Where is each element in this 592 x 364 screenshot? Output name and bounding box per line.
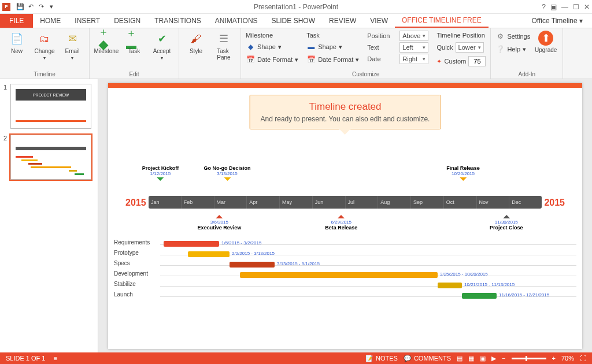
minimize-button[interactable]: — xyxy=(561,3,568,11)
email-button[interactable]: ✉Email▾ xyxy=(60,31,84,61)
help-icon: ❔ xyxy=(495,44,505,54)
view-reading-button[interactable]: ▣ xyxy=(480,355,486,362)
slide-canvas[interactable]: Timeline created And ready to present. Y… xyxy=(108,83,582,349)
accept-button[interactable]: ✔Accept▾ xyxy=(150,31,174,61)
year-left: 2015 xyxy=(125,198,146,208)
save-button[interactable]: 💾 xyxy=(15,2,25,12)
help-button[interactable]: ? xyxy=(542,3,546,11)
custom-label: Custom xyxy=(444,58,466,65)
task-pane-button[interactable]: ☰Task Pane xyxy=(212,31,236,61)
group-addin: Add-In xyxy=(495,70,558,79)
spellcheck-icon[interactable]: ≡ xyxy=(53,355,57,362)
quick-label: Quick xyxy=(436,44,453,51)
tab-file[interactable]: FILE xyxy=(0,14,33,28)
change-button[interactable]: 🗂Change▾ xyxy=(32,31,57,61)
qat-customize-button[interactable]: ▾ xyxy=(46,2,57,12)
milestone-button[interactable]: ＋◆Milestone xyxy=(94,31,119,54)
month-cell: Jun xyxy=(313,196,346,209)
month-cell: Nov xyxy=(477,196,510,209)
text-label: Text xyxy=(367,44,396,51)
task-icon: ＋▬ xyxy=(126,31,142,47)
zoom-out-button[interactable]: − xyxy=(502,355,505,362)
month-cell: Dec xyxy=(509,196,542,209)
shape-icon: ◆ xyxy=(246,42,255,51)
task-dateformat-button[interactable]: 📅Date Format ▾ xyxy=(306,54,359,65)
status-bar: SLIDE 1 OF 1 ≡ 📝 NOTES 💬 COMMENTS ▤ ▦ ▣ … xyxy=(0,352,592,364)
task-row[interactable]: Requirements1/5/2015 - 3/2/2015 xyxy=(114,239,576,250)
new-button[interactable]: 📄New xyxy=(5,31,29,54)
accept-icon: ✔ xyxy=(154,31,170,47)
tab-view[interactable]: VIEW xyxy=(363,14,395,28)
month-cell: Sep xyxy=(411,196,444,209)
position-label: Position xyxy=(367,32,396,39)
text-dropdown[interactable]: Left xyxy=(399,42,428,53)
task-shape-button[interactable]: ▬Shape ▾ xyxy=(306,41,359,53)
style-icon: 🖌 xyxy=(188,31,204,47)
office-timeline-menu[interactable]: Office Timeline ▾ xyxy=(525,14,590,28)
position-dropdown[interactable]: Above xyxy=(399,31,428,41)
task-row[interactable]: Prototype2/2/2015 - 3/13/2015 xyxy=(114,250,576,260)
milestone-marker[interactable]: 11/30/2015Project Close xyxy=(490,210,523,231)
milestone-shape-button[interactable]: ◆Shape ▾ xyxy=(246,41,298,53)
custom-input[interactable] xyxy=(468,56,486,66)
notes-button[interactable]: 📝 NOTES xyxy=(365,355,398,362)
ribbon-collapse-button[interactable]: ▣ xyxy=(550,3,557,11)
year-right: 2015 xyxy=(544,198,565,208)
tab-animations[interactable]: ANIMATIONS xyxy=(208,14,265,28)
month-cell: Apr xyxy=(247,196,280,209)
task-row[interactable]: Specs3/13/2015 - 5/1/2015 xyxy=(114,260,576,270)
balloon-tooltip: Timeline created And ready to present. Y… xyxy=(250,95,441,129)
group-customize: Customize xyxy=(246,70,486,79)
shape-icon: ▬ xyxy=(306,42,316,51)
milestone-header: Milestone xyxy=(246,31,298,40)
task-button[interactable]: ＋▬Task xyxy=(122,31,146,54)
slide-counter: SLIDE 1 OF 1 xyxy=(6,355,45,362)
task-header: Task xyxy=(306,31,359,40)
tab-review[interactable]: REVIEW xyxy=(322,14,363,28)
fit-button[interactable]: ⛶ xyxy=(580,355,586,362)
powerpoint-icon: P xyxy=(2,3,10,11)
month-cell: Aug xyxy=(378,196,411,209)
group-edit: Edit xyxy=(94,70,174,79)
zoom-in-button[interactable]: + xyxy=(552,355,556,362)
milestone-icon: ＋◆ xyxy=(98,31,114,47)
style-button[interactable]: 🖌Style xyxy=(184,31,208,54)
date-icon: 📅 xyxy=(246,55,255,64)
email-icon: ✉ xyxy=(64,31,80,47)
zoom-slider[interactable] xyxy=(512,358,546,359)
maximize-button[interactable]: ☐ xyxy=(573,3,579,11)
comments-button[interactable]: 💬 COMMENTS xyxy=(404,355,451,362)
view-normal-button[interactable]: ▤ xyxy=(457,355,462,362)
close-button[interactable]: ✕ xyxy=(584,3,590,11)
upgrade-icon: ⬆ xyxy=(538,31,553,46)
help-ribbon-button[interactable]: ❔Help ▾ xyxy=(495,43,530,55)
redo-button[interactable]: ↷ xyxy=(36,2,46,12)
view-sorter-button[interactable]: ▦ xyxy=(468,355,474,362)
slide-thumbnails: 1 PROJECT REVIEW 2 xyxy=(0,79,98,352)
tab-home[interactable]: HOME xyxy=(33,14,68,28)
date-dropdown[interactable]: Right xyxy=(399,54,428,64)
task-row[interactable]: Launch11/16/2015 - 12/21/2015 xyxy=(114,291,576,302)
milestone-marker[interactable]: Go No-go Decision3/13/2015 xyxy=(204,165,251,185)
tab-transitions[interactable]: TRANSITIONS xyxy=(147,14,208,28)
timeline-bar[interactable]: JanFebMarAprMayJunJulAugSepOctNovDec xyxy=(149,196,542,209)
view-slideshow-button[interactable]: ▶ xyxy=(491,355,496,362)
undo-button[interactable]: ↶ xyxy=(25,2,36,12)
milestone-marker[interactable]: Project Kickoff1/12/2015 xyxy=(142,165,179,185)
task-row[interactable]: Development3/25/2015 - 10/20/2015 xyxy=(114,270,576,281)
upgrade-button[interactable]: ⬆Upgrade xyxy=(534,31,558,53)
task-pane-icon: ☰ xyxy=(216,31,232,47)
month-cell: May xyxy=(280,196,313,209)
window-title: Presentation1 - PowerPoint xyxy=(254,3,338,11)
milestone-marker[interactable]: 6/29/2015Beta Release xyxy=(325,210,357,231)
thumbnail-1[interactable]: 1 PROJECT REVIEW xyxy=(5,84,93,129)
milestone-marker[interactable]: 3/6/2015Executive Review xyxy=(198,210,242,231)
settings-button[interactable]: ⚙Settings xyxy=(495,31,530,42)
tab-office-timeline[interactable]: OFFICE TIMELINE FREE xyxy=(395,14,489,28)
milestone-marker[interactable]: Final Release10/20/2015 xyxy=(446,165,480,185)
tab-slideshow[interactable]: SLIDE SHOW xyxy=(265,14,322,28)
milestone-dateformat-button[interactable]: 📅Date Format ▾ xyxy=(246,54,298,65)
quick-dropdown[interactable]: Lower xyxy=(456,42,484,53)
thumbnail-2[interactable]: 2 xyxy=(5,135,93,180)
task-row[interactable]: Stabilize10/21/2015 - 11/13/2015 xyxy=(114,281,576,291)
